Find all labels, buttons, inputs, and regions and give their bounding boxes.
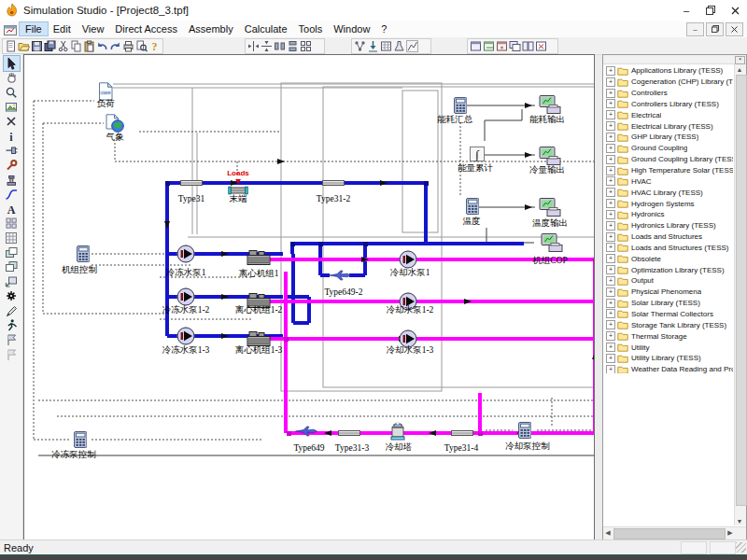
delete-tool-icon[interactable] [4, 114, 20, 129]
node-type31[interactable] [180, 180, 203, 187]
snap-grid-icon[interactable] [300, 40, 312, 52]
expand-icon[interactable]: + [606, 166, 615, 175]
expand-icon[interactable]: + [606, 176, 615, 186]
expand-icon[interactable]: + [606, 287, 615, 297]
node-cw-pump-1[interactable] [399, 250, 417, 269]
copy-icon[interactable] [70, 40, 82, 52]
library-panel-header[interactable]: ▪ [603, 55, 746, 64]
expand-icon[interactable]: + [606, 199, 615, 208]
expand-icon[interactable]: + [606, 243, 615, 252]
download-type-icon[interactable] [367, 40, 379, 52]
library-item-20[interactable]: +Physical Phenomena [604, 287, 733, 298]
menu-item-assembly[interactable]: Assembly [183, 22, 239, 35]
expand-icon[interactable]: + [606, 188, 615, 197]
menu-item-tools[interactable]: Tools [293, 22, 329, 35]
mdi-restore-button[interactable] [706, 22, 724, 36]
library-item-14[interactable]: +Hydronics Library (TESS) [604, 220, 733, 231]
help-icon[interactable]: ? [148, 40, 161, 52]
distribute-horizontal-icon[interactable] [274, 40, 286, 52]
save-all-icon[interactable] [44, 40, 56, 52]
expand-icon[interactable]: + [606, 343, 615, 352]
library-item-22[interactable]: +Solar Thermal Collectors [604, 309, 733, 320]
node-chw-pump-control[interactable] [74, 431, 87, 448]
window-input-icon[interactable] [470, 40, 482, 52]
spreadsheet-icon[interactable] [380, 40, 392, 52]
node-cooling-tower[interactable] [389, 422, 406, 441]
paste-icon[interactable] [83, 40, 95, 52]
library-item-2[interactable]: +Controllers [604, 88, 733, 99]
scroll-down-icon[interactable]: ▼ [735, 516, 744, 525]
menu-item-calculate[interactable]: Calculate [239, 22, 293, 35]
library-item-16[interactable]: +Loads and Structures (TESS) [604, 243, 733, 254]
redo-icon[interactable] [109, 40, 121, 52]
pan-tool-icon[interactable] [4, 71, 20, 86]
menu-item-file[interactable]: File [20, 22, 48, 35]
node-chw-pump-3[interactable] [176, 327, 195, 345]
node-unit-control[interactable] [77, 245, 90, 262]
text-tool-icon[interactable]: A [4, 202, 20, 217]
grid-large-tool-icon[interactable] [4, 231, 20, 245]
print-icon[interactable] [122, 40, 134, 52]
connect-tool-icon[interactable] [4, 144, 20, 159]
expand-icon[interactable]: + [606, 221, 615, 231]
expand-icon[interactable]: + [606, 133, 615, 142]
node-weather[interactable] [106, 114, 125, 133]
window-tile-icon[interactable] [522, 40, 534, 52]
expand-icon[interactable]: + [606, 331, 615, 341]
library-item-1[interactable]: +Cogeneration (CHP) Library (TESS) [604, 77, 733, 88]
menu-item-edit[interactable]: Edit [48, 22, 77, 35]
wrench-tool-icon[interactable] [4, 158, 20, 173]
library-item-15[interactable]: +Loads and Structures [604, 231, 733, 243]
expand-icon[interactable]: + [606, 66, 615, 76]
link-tool-icon[interactable] [4, 187, 20, 202]
zoom-tool-icon[interactable] [4, 85, 20, 100]
menu-item--[interactable]: ? [375, 22, 392, 35]
run-tool-icon[interactable] [4, 318, 20, 333]
library-item-18[interactable]: +Optimization Library (TESS) [604, 264, 733, 275]
expand-icon[interactable]: + [606, 299, 615, 308]
restore-button[interactable] [698, 0, 723, 21]
expand-icon[interactable]: + [606, 210, 615, 219]
info-tool-icon[interactable]: i [4, 129, 20, 144]
select-tool-icon[interactable] [4, 56, 20, 71]
probe-icon[interactable] [393, 40, 405, 52]
node-energy-sum[interactable] [454, 97, 467, 114]
plot-icon[interactable] [406, 40, 418, 52]
node-type31-3[interactable] [338, 430, 360, 437]
menu-item-direct-access[interactable]: Direct Access [109, 22, 183, 35]
library-item-4[interactable]: +Electrical [604, 109, 733, 120]
node-load-file[interactable]: USER [98, 82, 113, 101]
window-cascade-icon[interactable] [509, 40, 521, 52]
node-unit-cop[interactable] [541, 233, 563, 253]
align-vertical-icon[interactable] [261, 40, 273, 52]
image-tool-icon[interactable] [4, 100, 20, 115]
node-chw-pump-1[interactable] [176, 245, 195, 263]
flag-output-tool-icon[interactable] [4, 332, 20, 347]
node-temperature[interactable] [466, 198, 479, 215]
resize-grip[interactable] [736, 542, 746, 553]
scroll-right-icon[interactable]: ▶ [726, 528, 735, 538]
window-output-icon[interactable] [483, 40, 495, 52]
close-button[interactable] [723, 0, 747, 21]
library-item-10[interactable]: +HVAC [604, 175, 733, 187]
library-item-27[interactable]: +Weather Data Reading and Process [604, 364, 733, 373]
print-preview-icon[interactable] [135, 40, 148, 52]
direct-access-icon[interactable] [354, 40, 366, 52]
mdi-close-button[interactable] [726, 22, 743, 36]
library-item-13[interactable]: +Hydronics [604, 209, 733, 220]
expand-icon[interactable]: + [606, 89, 615, 98]
expand-icon[interactable]: + [606, 354, 615, 363]
node-chw-pump-2[interactable] [176, 287, 195, 306]
mdi-minimize-button[interactable]: – [686, 22, 704, 36]
cut-icon[interactable] [57, 40, 69, 52]
expand-icon[interactable]: + [606, 155, 615, 164]
library-item-23[interactable]: +Storage Tank Library (TESS) [604, 319, 733, 330]
library-item-7[interactable]: +Ground Coupling [604, 143, 733, 154]
library-item-25[interactable]: +Utility [604, 342, 733, 353]
menu-item-window[interactable]: Window [328, 22, 375, 35]
pen-tool-icon[interactable] [4, 303, 20, 318]
expand-icon[interactable]: + [606, 309, 615, 318]
node-energy-integrator[interactable]: ∫ [470, 147, 485, 161]
library-item-5[interactable]: +Electrical Library (TESS) [604, 120, 733, 132]
open-icon[interactable] [18, 40, 30, 52]
